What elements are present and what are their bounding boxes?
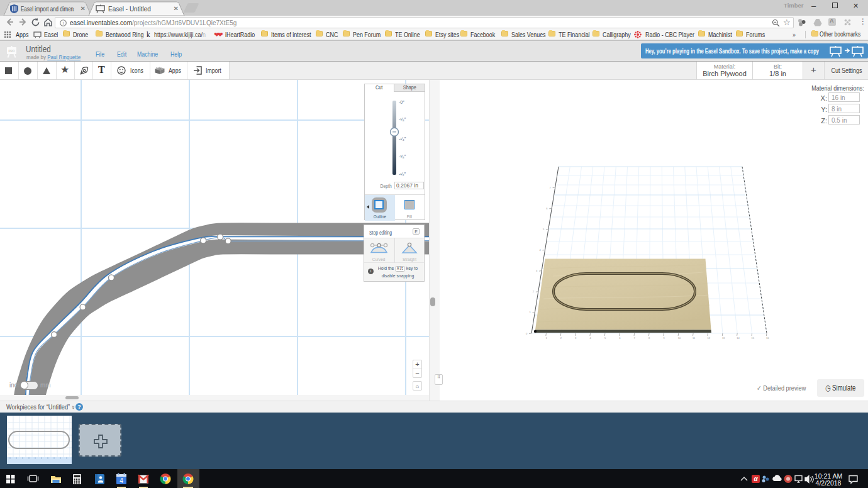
svg-text:α: α xyxy=(754,475,758,482)
svg-text:5: 5 xyxy=(604,336,606,340)
svg-text:4: 4 xyxy=(540,248,542,252)
svg-text:1: 1 xyxy=(529,311,531,314)
svg-text:15: 15 xyxy=(752,336,755,340)
svg-text:PRO: PRO xyxy=(9,50,15,53)
svg-text:-¹⁄₈″: -¹⁄₈″ xyxy=(399,117,406,121)
svg-text:i: i xyxy=(62,20,64,26)
svg-text:6: 6 xyxy=(546,207,548,210)
svg-text:4: 4 xyxy=(590,336,592,340)
svg-text:13: 13 xyxy=(722,336,725,340)
svg-text:-¹⁄₂″: -¹⁄₂″ xyxy=(399,172,406,176)
svg-text:1: 1 xyxy=(545,336,547,340)
svg-text:14: 14 xyxy=(737,336,740,340)
svg-text:2: 2 xyxy=(533,290,535,293)
svg-text:2: 2 xyxy=(560,336,562,340)
svg-text:3: 3 xyxy=(575,336,577,340)
svg-text:4: 4 xyxy=(120,477,123,484)
svg-text:3: 3 xyxy=(536,269,538,272)
svg-text:7: 7 xyxy=(550,186,552,189)
svg-text:-³⁄₈″: -³⁄₈″ xyxy=(399,154,406,158)
svg-text:6: 6 xyxy=(619,336,621,340)
svg-text:-¹⁄₄″: -¹⁄₄″ xyxy=(399,136,406,141)
svg-text:5: 5 xyxy=(543,228,545,231)
svg-text:10: 10 xyxy=(678,336,681,340)
svg-text:0: 0 xyxy=(526,332,528,335)
svg-text:11: 11 xyxy=(693,336,696,340)
svg-text:16: 16 xyxy=(766,336,769,340)
svg-text:7: 7 xyxy=(634,336,636,340)
svg-text:8: 8 xyxy=(648,336,650,340)
svg-text:9: 9 xyxy=(663,336,665,340)
svg-text:12: 12 xyxy=(708,336,711,340)
svg-text:4/2/2018: 4/2/2018 xyxy=(816,479,842,487)
svg-text:-0″: -0″ xyxy=(399,100,404,104)
